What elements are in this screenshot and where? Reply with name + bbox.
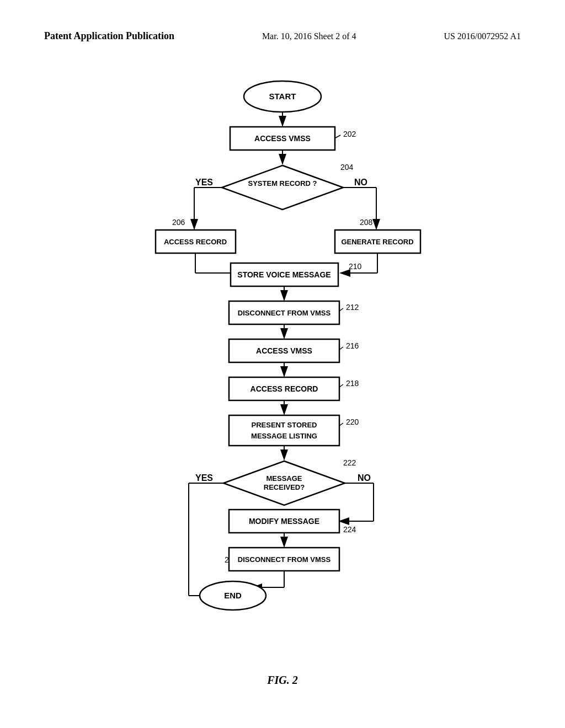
ref-216: 216 [346, 341, 359, 350]
ref-218: 218 [346, 379, 359, 388]
ref-202: 202 [343, 130, 356, 138]
end-label: END [224, 591, 242, 600]
svg-rect-29 [229, 415, 339, 446]
ref-206: 206 [172, 218, 185, 227]
ref-222: 222 [343, 458, 356, 467]
yes-label-204: YES [195, 178, 213, 187]
svg-line-4 [335, 135, 340, 138]
no-label-204: NO [354, 178, 367, 187]
node-220-line2: MESSAGE LISTING [251, 432, 317, 440]
no-label-222: NO [358, 473, 371, 483]
ref-208: 208 [360, 218, 373, 227]
ref-224: 224 [343, 525, 356, 534]
node-222-line1: MESSAGE [266, 474, 302, 483]
node-224-label: MODIFY MESSAGE [249, 517, 319, 526]
node-226-label: DISCONNECT FROM VMSS [238, 555, 331, 564]
node-218-label: ACCESS RECORD [250, 384, 318, 393]
svg-marker-6 [222, 165, 343, 210]
yes-label-222: YES [195, 473, 213, 483]
node-204-label: SYSTEM RECORD ? [248, 179, 317, 188]
header-center: Mar. 10, 2016 Sheet 2 of 4 [262, 31, 356, 41]
page-header: Patent Application Publication Mar. 10, … [0, 30, 565, 42]
node-202-label: ACCESS VMSS [254, 134, 311, 143]
header-right: US 2016/0072952 A1 [444, 31, 521, 41]
start-label: START [269, 92, 296, 101]
node-212-label: DISCONNECT FROM VMSS [238, 309, 331, 317]
node-216-label: ACCESS VMSS [256, 346, 312, 355]
header-left: Patent Application Publication [44, 30, 174, 42]
ref-210: 210 [349, 262, 362, 271]
node-222-line2: RECEIVED? [264, 483, 305, 491]
ref-204: 204 [340, 163, 354, 172]
fig-label: FIG. 2 [267, 674, 298, 687]
node-208-label: GENERATE RECORD [341, 238, 413, 246]
node-206-label: ACCESS RECORD [164, 238, 227, 246]
node-220-line1: PRESENT STORED [252, 421, 317, 429]
ref-212: 212 [346, 303, 359, 312]
flowchart-svg: START ACCESS VMSS 202 SYSTEM RECORD ? 20… [122, 77, 443, 640]
node-210-label: STORE VOICE MESSAGE [237, 270, 331, 279]
ref-220: 220 [346, 417, 359, 426]
diagram-container: START ACCESS VMSS 202 SYSTEM RECORD ? 20… [122, 77, 443, 642]
